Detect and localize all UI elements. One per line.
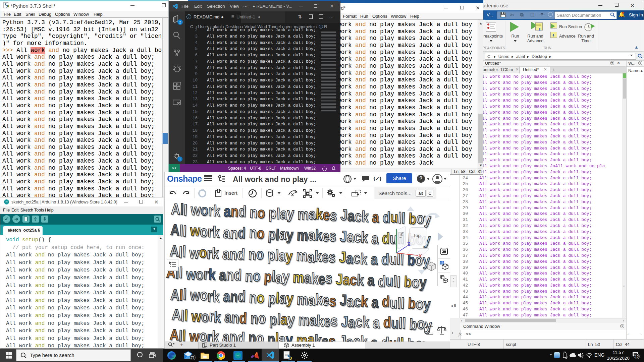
svg-text:Z: Z — [407, 241, 410, 247]
svg-text:X: X — [419, 253, 422, 257]
